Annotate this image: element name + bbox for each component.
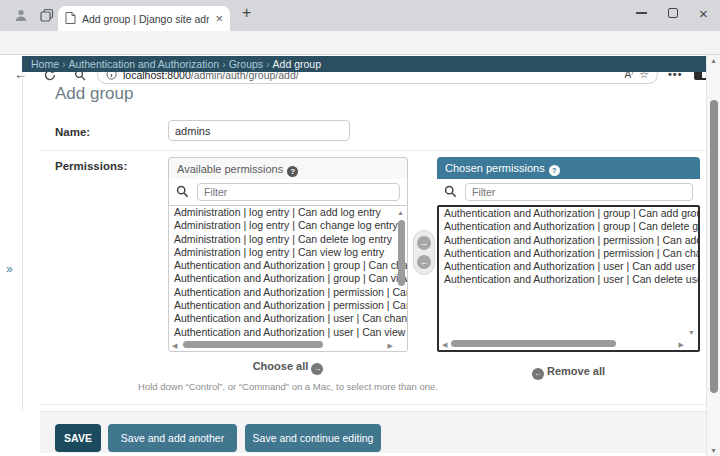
permission-option[interactable]: Authentication and Authorization | group…	[439, 220, 698, 233]
permission-option[interactable]: Authentication and Authorization | permi…	[169, 286, 407, 299]
profile-avatar-icon[interactable]	[13, 7, 29, 27]
remove-all-label: Remove all	[547, 365, 605, 377]
name-label: Name:	[55, 126, 90, 138]
remove-all-arrow-icon: ←	[532, 368, 544, 380]
chosen-filter-input[interactable]	[465, 183, 693, 201]
filter-search-icon	[176, 184, 189, 202]
choose-all-arrow-icon: →	[311, 363, 323, 375]
available-permissions-list[interactable]: Administration | log entry | Can add log…	[168, 205, 408, 352]
scroll-left-icon[interactable]: ◀	[172, 342, 177, 350]
scroll-left-icon[interactable]: ◀	[442, 341, 447, 349]
browser-toolbar: ← localhost:8000/admin/auth/group/add/ A…	[0, 31, 720, 55]
window-minimize-button[interactable]	[636, 12, 647, 14]
permission-option[interactable]: Administration | log entry | Can change …	[169, 219, 407, 232]
filter-search-icon	[444, 184, 457, 202]
new-tab-button[interactable]: +	[242, 4, 251, 22]
chosen-permissions-header: Chosen permissions?	[437, 157, 700, 179]
permissions-label: Permissions:	[55, 160, 127, 172]
scrollbar-thumb[interactable]	[398, 220, 405, 286]
horizontal-scrollbar[interactable]: ◀ ▶	[439, 338, 698, 350]
breadcrumb-groups[interactable]: Groups	[229, 58, 263, 70]
available-permissions-title: Available permissions	[177, 163, 283, 175]
sidebar-divider	[22, 72, 23, 411]
permission-option[interactable]: Authentication and Authorization | user …	[169, 326, 407, 339]
row-divider	[40, 150, 706, 151]
breadcrumb-auth[interactable]: Authentication and Authorization	[69, 58, 220, 70]
permission-option[interactable]: Authentication and Authorization | group…	[169, 272, 407, 285]
permission-option[interactable]: Administration | log entry | Can delete …	[169, 233, 407, 246]
scroll-right-icon[interactable]: ▶	[388, 342, 393, 350]
available-permissions-header: Available permissions?	[168, 157, 408, 179]
permission-option[interactable]: Authentication and Authorization | permi…	[439, 247, 698, 260]
breadcrumb-current: Add group	[273, 58, 321, 70]
tab-title: Add group | Django site admin	[82, 13, 209, 25]
choose-all-label: Choose all	[253, 360, 309, 372]
page-scrollbar[interactable]: ▲ ▼	[706, 55, 720, 456]
browser-titlebar: Add group | Django site admin × + ×	[0, 0, 720, 31]
permission-option[interactable]: Authentication and Authorization | user …	[439, 273, 698, 286]
permission-option[interactable]: Administration | log entry | Can view lo…	[169, 246, 407, 259]
horizontal-scrollbar[interactable]: ◀ ▶	[169, 339, 407, 351]
choose-arrow-button[interactable]: →	[417, 236, 431, 250]
page-favicon-icon	[65, 10, 76, 28]
scrollbar-thumb[interactable]	[183, 341, 323, 348]
name-input[interactable]	[168, 120, 350, 141]
tab-close-icon[interactable]: ×	[215, 12, 223, 25]
chosen-permissions-title: Chosen permissions	[445, 162, 545, 174]
scrollbar-thumb[interactable]	[451, 340, 616, 347]
selector-mover: → ←	[413, 230, 435, 275]
remove-all-link[interactable]: ← Remove all	[437, 365, 700, 380]
row-divider	[40, 404, 706, 405]
permission-option[interactable]: Authentication and Authorization | group…	[439, 207, 698, 220]
permission-option[interactable]: Authentication and Authorization | permi…	[169, 299, 407, 312]
browser-tab[interactable]: Add group | Django site admin ×	[58, 6, 230, 31]
sidebar-expand-toggle[interactable]: »	[6, 262, 13, 276]
save-and-continue-button[interactable]: Save and continue editing	[245, 424, 381, 452]
scroll-up-icon[interactable]: ▲	[710, 57, 717, 64]
permission-option[interactable]: Authentication and Authorization | permi…	[439, 234, 698, 247]
window-close-button[interactable]: ×	[699, 5, 708, 22]
available-filter-row	[168, 179, 408, 205]
chosen-permissions-list[interactable]: Authentication and Authorization | group…	[437, 205, 700, 352]
save-and-add-another-button[interactable]: Save and add another	[108, 424, 237, 452]
scroll-down-icon[interactable]: ▼	[688, 329, 695, 336]
permission-option[interactable]: Administration | log entry | Can add log…	[169, 206, 407, 219]
help-icon[interactable]: ?	[549, 165, 560, 176]
scroll-right-icon[interactable]: ▶	[679, 341, 684, 349]
help-text: Hold down “Control”, or “Command” on a M…	[58, 381, 518, 392]
scroll-up-icon[interactable]: ▲	[688, 210, 695, 217]
scroll-up-icon[interactable]: ▲	[397, 209, 404, 216]
permission-option[interactable]: Authentication and Authorization | group…	[169, 259, 407, 272]
permission-option[interactable]: Authentication and Authorization | user …	[439, 260, 698, 273]
save-button[interactable]: SAVE	[55, 424, 101, 452]
remove-arrow-button[interactable]: ←	[417, 255, 431, 269]
chosen-filter-row	[437, 179, 700, 205]
window-maximize-button[interactable]	[668, 8, 678, 18]
breadcrumb: Home›Authentication and Authorization›Gr…	[22, 56, 706, 72]
page-title: Add group	[55, 84, 133, 104]
choose-all-link[interactable]: Choose all →	[168, 360, 408, 375]
permission-option[interactable]: Authentication and Authorization | user …	[169, 312, 407, 325]
scroll-down-icon[interactable]: ▼	[710, 447, 717, 454]
scrollbar-thumb[interactable]	[710, 100, 718, 393]
breadcrumb-home[interactable]: Home	[31, 58, 59, 70]
tab-workspaces-icon[interactable]	[39, 8, 54, 27]
scroll-down-icon[interactable]: ▼	[397, 330, 404, 337]
available-filter-input[interactable]	[197, 183, 400, 201]
help-icon[interactable]: ?	[287, 166, 298, 177]
